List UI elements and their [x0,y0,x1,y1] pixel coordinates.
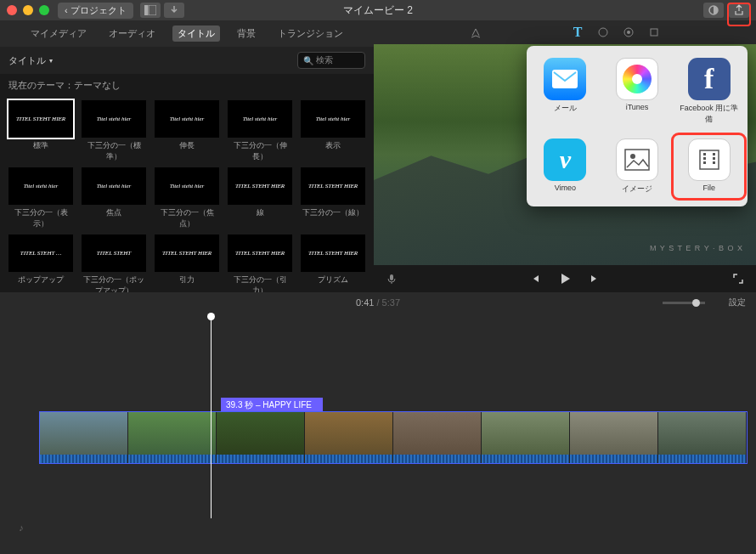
tab-transitions[interactable]: トランジション [273,25,348,42]
library-toggle-button[interactable] [140,3,161,18]
prev-button[interactable] [525,269,544,288]
title-preset-item[interactable]: TITEL STEHT HIER下三分の一（引力） [226,235,294,292]
timeline-clip[interactable] [40,412,128,463]
tab-backgrounds[interactable]: 背景 [232,25,261,42]
fullscreen-icon[interactable] [729,269,748,288]
share-option-itunes[interactable]: iTunes [602,54,673,128]
share-label: メール [554,103,577,114]
import-button[interactable] [164,3,184,18]
title-preset-item[interactable]: TITEL STEHT HIERプリズム [299,235,367,292]
svg-point-10 [630,154,635,159]
timeline-clip[interactable] [305,412,393,463]
zoom-slider[interactable] [663,302,705,304]
share-option-イメージ[interactable]: イメージ [602,135,673,198]
tab-my-media[interactable]: マイメディア [25,25,92,42]
title-preset-item[interactable]: Titel steht hier下三分の一（表示） [7,167,75,229]
title-caption: 標準 [33,140,48,151]
share-label: イメージ [622,184,652,195]
timeline-clip[interactable] [128,412,217,463]
browser-panel: マイメディア オーディオ タイトル 背景 トランジション タイトル ▾ 🔍 検索… [0,20,374,292]
tab-audio[interactable]: オーディオ [104,25,161,42]
title-preset-item[interactable]: TITEL STEHT HIER標準 [7,100,75,162]
svg-rect-13 [703,157,706,160]
chevron-down-icon[interactable]: ▾ [49,57,53,65]
toolbar-view-group [140,3,184,18]
title-preset-item[interactable]: Titel steht hier下三分の一（伸長） [226,100,294,162]
music-track-icon[interactable]: ♪ [8,520,34,535]
title-preset-item[interactable]: Titel steht hier下三分の一（焦点） [153,167,221,229]
svg-rect-9 [625,150,649,170]
title-caption: 下三分の一（線） [302,207,364,218]
title-preset-item[interactable]: TITEL STEHT HIER線 [226,167,294,229]
share-label: iTunes [626,103,649,111]
title-preset-item[interactable]: Titel steht hier下三分の一（標準） [80,100,148,162]
fullscreen-window-button[interactable] [39,5,49,15]
play-button[interactable] [556,269,574,288]
playhead[interactable] [211,313,212,518]
color-correction-icon[interactable] [620,24,637,41]
title-thumbnail: Titel steht hier [82,100,146,138]
chevron-left-icon: ‹ [65,5,68,15]
svg-rect-0 [144,5,148,15]
video-track[interactable] [39,411,748,464]
title-preset-item[interactable]: TITEL STEHT …ポップアップ [7,235,75,292]
minimize-window-button[interactable] [23,5,33,15]
title-preset-item[interactable]: TITEL STEHT HIER引力 [153,235,221,292]
title-thumbnail: TITEL STEHT HIER [155,235,219,272]
title-thumbnail: TITEL STEHT HIER [228,235,292,272]
timeline-clip[interactable] [482,412,570,463]
share-label: Vimeo [555,184,576,192]
share-option-facebook 用に準備[interactable]: fFacebook 用に準備 [674,54,744,128]
viewer-panel: T H A LIFE KITAYAMA M Y S T E R Y · B O … [374,20,756,292]
title-caption: 下三分の一（ポップアップ） [80,274,148,292]
playback-controls [374,265,756,292]
title-preset-item[interactable]: TITEL STEHT HIER下三分の一（線） [299,167,367,229]
enhance-icon[interactable] [467,24,484,41]
close-window-button[interactable] [7,5,17,15]
svg-rect-15 [713,153,715,155]
browser-tabs: マイメディア オーディオ タイトル 背景 トランジション [0,20,374,47]
time-total: 5:37 [382,297,400,308]
settings-button[interactable]: 設定 [729,297,746,308]
voiceover-icon[interactable] [382,269,401,288]
back-to-projects-button[interactable]: ‹ プロジェクト [58,3,133,19]
title-caption: 線 [257,207,264,218]
search-input[interactable]: 🔍 検索 [297,52,365,69]
timeline-clip[interactable] [570,412,658,463]
title-caption: 下三分の一（焦点） [153,207,221,229]
timeline-clip[interactable] [393,412,482,463]
share-option-vimeo[interactable]: vVimeo [530,135,601,198]
svg-rect-7 [390,274,393,280]
title-thumbnail: Titel steht hier [82,167,146,205]
crop-icon[interactable] [646,24,663,41]
timeline-clip[interactable] [658,412,747,463]
svg-rect-17 [713,161,715,164]
theater-button[interactable] [703,3,724,18]
app-title: マイムービー 2 [343,3,413,18]
tab-titles[interactable]: タイトル [172,25,220,42]
title-preset-item[interactable]: Titel steht hier焦点 [80,167,148,229]
next-button[interactable] [586,269,605,288]
title-thumbnail: TITEL STEHT HIER [228,167,292,205]
back-button-label: プロジェクト [71,4,127,17]
titles-grid: TITEL STEHT HIER標準Titel steht hier下三分の一（… [0,97,374,292]
color-balance-icon[interactable] [595,24,612,41]
timeline[interactable]: 39.3 秒 – HAPPY LIFE ♪ [0,313,756,552]
share-option-file[interactable]: File [674,135,744,198]
title-preset-item[interactable]: TITEL STEHT下三分の一（ポップアップ） [80,235,148,292]
share-popover: メールiTunesfFacebook 用に準備vVimeoイメージFile [527,46,748,206]
svg-rect-8 [552,70,578,88]
titlebar: ‹ プロジェクト マイムービー 2 [0,0,756,20]
title-thumbnail: Titel steht hier [155,167,219,205]
title-thumbnail: Titel steht hier [8,167,73,205]
timeline-clip[interactable] [217,412,305,463]
title-preset-item[interactable]: Titel steht hier伸長 [153,100,221,162]
share-option-メール[interactable]: メール [530,54,601,128]
svg-point-5 [627,31,630,34]
title-thumbnail: Titel steht hier [155,100,219,138]
title-caption: 伸長 [179,140,195,151]
title-thumbnail: Titel steht hier [301,100,365,138]
title-thumbnail: TITEL STEHT … [8,235,73,272]
text-adjust-icon[interactable]: T [569,24,586,41]
title-preset-item[interactable]: Titel steht hier表示 [299,100,367,162]
